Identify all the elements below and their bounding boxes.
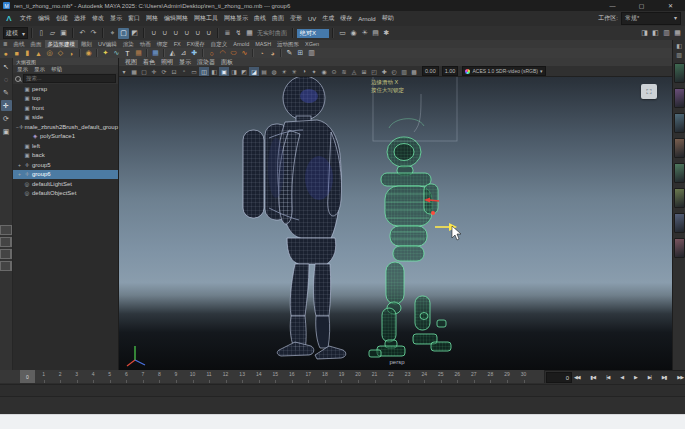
- outliner-menu-1[interactable]: 显示: [34, 66, 45, 73]
- shelf-quad-draw-icon[interactable]: ◭: [167, 49, 178, 58]
- construction-icon[interactable]: ↯: [233, 28, 244, 39]
- snap-curve-icon[interactable]: ∪: [159, 28, 170, 39]
- toggle-tool-settings-icon[interactable]: ▥: [661, 28, 672, 39]
- menu-item-13[interactable]: 变形: [287, 11, 305, 26]
- human-wireframe-model[interactable]: [243, 76, 346, 359]
- viewport-toolbar-icon-13[interactable]: ◪: [249, 67, 259, 76]
- shelf-tab-9[interactable]: FX缓存: [184, 40, 208, 48]
- shelf-poly-cylinder-icon[interactable]: ▮: [22, 49, 33, 58]
- maximize-button[interactable]: ▢: [627, 0, 656, 11]
- shelf-type-tool-icon[interactable]: T: [122, 49, 133, 58]
- shelf-tab-10[interactable]: 自定义: [208, 40, 231, 48]
- outliner-item-defaultLightSet[interactable]: ◎defaultLightSet: [13, 179, 118, 189]
- outliner-item-left[interactable]: ▣left: [13, 141, 118, 151]
- exposure-field[interactable]: 0.00: [422, 66, 439, 76]
- redo-icon[interactable]: ↷: [88, 28, 99, 39]
- hypershade-icon[interactable]: ▤: [370, 28, 381, 39]
- outliner-item-front[interactable]: ▣front: [13, 103, 118, 113]
- sidebar-tab-thumb-5[interactable]: [674, 188, 685, 208]
- render-icon[interactable]: ▭: [337, 28, 348, 39]
- viewport-toolbar-icon-25[interactable]: ◰: [369, 67, 379, 76]
- viewport-toolbar-icon-15[interactable]: ◍: [269, 67, 279, 76]
- expander-icon[interactable]: +: [16, 171, 23, 178]
- sidebar-tab-thumb-0[interactable]: [674, 63, 685, 83]
- viewport-toolbar-icon-28[interactable]: ▥: [399, 67, 409, 76]
- outliner-item-group5[interactable]: +✛group5: [13, 160, 118, 170]
- viewport-toolbar-icon-1[interactable]: ▦: [129, 67, 139, 76]
- menu-item-9[interactable]: 网格工具: [191, 11, 221, 26]
- viewport-toolbar-icon-9[interactable]: ◧: [209, 67, 219, 76]
- transport-button-2[interactable]: |◀: [606, 374, 609, 380]
- ipr-render-icon[interactable]: ◉: [348, 28, 359, 39]
- outliner-item-side[interactable]: ▣side: [13, 113, 118, 123]
- colorspace-dropdown[interactable]: ACES 1.0 SDR-video (sRGB)▾: [462, 66, 545, 76]
- transport-button-6[interactable]: ▶▮: [662, 374, 667, 380]
- shelf-poly-cone-icon[interactable]: ▲: [33, 49, 44, 58]
- transport-button-4[interactable]: ▶: [634, 374, 637, 380]
- viewport-toolbar-icon-0[interactable]: ▾: [119, 67, 129, 76]
- shelf-poly-sphere-icon[interactable]: ●: [0, 49, 11, 58]
- shelf-snap-ui-icon[interactable]: ▥: [306, 49, 317, 58]
- shelf-tab-11[interactable]: Arnold: [230, 40, 252, 48]
- sidebar-tab-thumb-1[interactable]: [674, 88, 685, 108]
- open-scene-icon[interactable]: ▱: [47, 28, 58, 39]
- shelf-append-poly-icon[interactable]: ✚: [189, 49, 200, 58]
- viewport-toolbar-icon-26[interactable]: ✚: [379, 67, 389, 76]
- viewport-toolbar-icon-3[interactable]: ✛: [149, 67, 159, 76]
- lasso-tool-icon[interactable]: ◌: [1, 74, 12, 85]
- viewport-toolbar-icon-24[interactable]: ⊞: [359, 67, 369, 76]
- viewport-toolbar-icon-23[interactable]: ◬: [349, 67, 359, 76]
- shelf-tab-6[interactable]: 动画: [137, 40, 154, 48]
- shelf-poly-cube-icon[interactable]: ■: [11, 49, 22, 58]
- rotate-tool-icon[interactable]: ⟳: [1, 113, 12, 124]
- green-robot-wireframe-model[interactable]: [369, 119, 451, 357]
- viewport-corner-button[interactable]: ⛶: [641, 84, 657, 99]
- transport-button-3[interactable]: ◀: [620, 374, 623, 380]
- toggle-channel-box-icon[interactable]: ▦: [672, 28, 683, 39]
- sidebar-tab-thumb-3[interactable]: [674, 138, 685, 158]
- shelf-poly-plane-icon[interactable]: ◇: [55, 49, 66, 58]
- shelf-sculpt-icon[interactable]: ◔: [256, 49, 267, 58]
- shelf-pencil-curve-icon[interactable]: ∿: [111, 49, 122, 58]
- outliner-item-back[interactable]: ▣back: [13, 151, 118, 161]
- menu-item-1[interactable]: 编辑: [35, 11, 53, 26]
- shelf-tab-8[interactable]: FX: [171, 40, 184, 48]
- menu-item-17[interactable]: Arnold: [355, 11, 378, 26]
- render-settings-icon[interactable]: ☀: [359, 28, 370, 39]
- close-button[interactable]: ✕: [656, 0, 685, 11]
- shelf-poly-disc-icon[interactable]: ◗: [66, 49, 77, 58]
- menu-item-8[interactable]: 编辑网格: [161, 11, 191, 26]
- shelf-target-weld-icon[interactable]: ⊿: [178, 49, 189, 58]
- snap-plane-icon[interactable]: ∪: [181, 28, 192, 39]
- shelf-ellipse-icon[interactable]: ⬭: [228, 49, 239, 58]
- viewport-toolbar-icon-14[interactable]: ▤: [259, 67, 269, 76]
- menu-item-2[interactable]: 创建: [53, 11, 71, 26]
- viewport-toolbar-icon-27[interactable]: ◴: [389, 67, 399, 76]
- transport-button-0[interactable]: ◀◀: [574, 374, 580, 380]
- viewport-toolbar-icon-7[interactable]: ▭: [189, 67, 199, 76]
- time-slider[interactable]: 0 12345678910111213141516171819202122232…: [0, 370, 545, 383]
- paint-select-tool-icon[interactable]: ✎: [1, 87, 12, 98]
- shelf-tab-12[interactable]: MASH: [252, 40, 274, 48]
- menu-item-11[interactable]: 曲线: [251, 11, 269, 26]
- current-frame-marker[interactable]: 0: [20, 370, 35, 383]
- outliner-item-persp[interactable]: ▣persp: [13, 84, 118, 94]
- viewport-toolbar-icon-2[interactable]: ▢: [139, 67, 149, 76]
- viewport-toolbar-icon-29[interactable]: ▩: [409, 67, 419, 76]
- snap-live-icon[interactable]: ∪: [203, 28, 214, 39]
- viewport-toolbar-icon-4[interactable]: ⟳: [159, 67, 169, 76]
- scale-tool-icon[interactable]: ▣: [1, 126, 12, 137]
- shelf-arc-icon[interactable]: ◠: [217, 49, 228, 58]
- menu-item-3[interactable]: 选择: [71, 11, 89, 26]
- shelf-curve-star-icon[interactable]: ✦: [100, 49, 111, 58]
- coordinate-input-field[interactable]: 绝对X: [297, 29, 329, 38]
- shelf-pencil-icon[interactable]: ✎: [284, 49, 295, 58]
- new-scene-icon[interactable]: ▯: [36, 28, 47, 39]
- menu-item-16[interactable]: 缓存: [337, 11, 355, 26]
- menu-item-10[interactable]: 网格显示: [221, 11, 251, 26]
- menu-item-5[interactable]: 显示: [107, 11, 125, 26]
- transport-button-7[interactable]: ▶▶: [677, 374, 683, 380]
- current-frame-field[interactable]: 0: [546, 372, 572, 383]
- viewport-canvas[interactable]: [119, 58, 672, 370]
- layout-button-0[interactable]: [0, 225, 12, 235]
